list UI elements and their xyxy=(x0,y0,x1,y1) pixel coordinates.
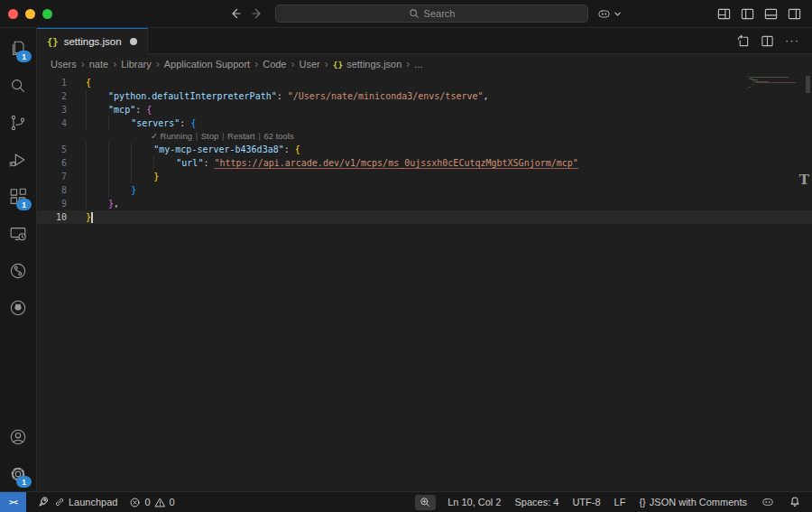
code-token: "my-mcp-server-b436d3a8" xyxy=(153,143,284,156)
close-window-button[interactable] xyxy=(8,9,18,19)
status-bar: >< Launchpad 0 0 Ln 10, Col 2 Spaces: 4 … xyxy=(0,491,812,512)
activity-github[interactable] xyxy=(0,289,36,326)
settings-badge: 1 xyxy=(16,476,32,488)
code-token: : xyxy=(180,116,190,130)
code-line[interactable]: 2"python.defaultInterpreterPath": "/User… xyxy=(37,89,812,103)
launchpad-button[interactable]: Launchpad xyxy=(38,496,117,508)
code-line[interactable]: 5"my-mcp-server-b436d3a8": { xyxy=(37,143,812,156)
split-editor-icon[interactable] xyxy=(761,34,774,48)
url-link[interactable]: "https://api.arcade.dev/v1/mcps/ms_0ujss… xyxy=(214,156,577,170)
problems-button[interactable]: 0 0 xyxy=(129,497,174,508)
codelens-status[interactable]: ✓ Running xyxy=(151,131,192,141)
tab-settings-json[interactable]: {} settings.json xyxy=(37,28,148,54)
scrollbar[interactable] xyxy=(806,76,810,93)
toggle-panel-icon[interactable] xyxy=(764,7,778,21)
editor[interactable]: 1{2"python.defaultInterpreterPath": "/Us… xyxy=(37,74,812,492)
breadcrumb-item[interactable]: {}settings.json xyxy=(333,59,402,70)
breadcrumb-item[interactable]: Code xyxy=(263,59,286,70)
minimap-line xyxy=(749,77,788,78)
git-branch-icon xyxy=(8,113,28,133)
indent-guide xyxy=(108,170,131,183)
remote-indicator[interactable]: >< xyxy=(0,492,26,512)
toggle-primary-sidebar-icon[interactable] xyxy=(741,7,754,21)
minimap-line xyxy=(747,88,748,88)
activity-run-debug[interactable] xyxy=(0,141,36,178)
copilot-status-button[interactable] xyxy=(761,495,775,509)
indent-guide xyxy=(108,116,131,130)
indent-guide xyxy=(86,170,108,183)
code-line[interactable]: 8} xyxy=(37,183,812,197)
tab-bar: {} settings.json ··· xyxy=(37,28,812,54)
code-line[interactable]: 6"url": "https://api.arcade.dev/v1/mcps/… xyxy=(37,156,812,170)
copilot-icon xyxy=(761,495,775,509)
breadcrumb-item[interactable]: nate xyxy=(89,59,108,70)
code-token: , xyxy=(114,197,119,210)
code-line[interactable]: 4"servers": { xyxy=(37,116,812,130)
code-line[interactable]: 1{ xyxy=(37,76,812,89)
code-token: "servers" xyxy=(131,116,180,130)
indentation-setting[interactable]: Spaces: 4 xyxy=(515,497,559,507)
codelens-action[interactable]: Restart xyxy=(227,131,255,141)
breadcrumb-item[interactable]: Library xyxy=(121,59,152,70)
warning-icon xyxy=(154,497,166,508)
braces-icon: {} xyxy=(639,497,645,507)
customize-layout-icon[interactable] xyxy=(717,7,731,21)
copilot-icon xyxy=(596,6,612,22)
eol-setting[interactable]: LF xyxy=(614,497,626,507)
indent-guide xyxy=(108,143,131,156)
zoom-in-icon xyxy=(420,497,431,508)
code-token: : xyxy=(135,103,146,116)
activity-version-graph[interactable] xyxy=(0,252,36,289)
indent-guide xyxy=(86,183,108,197)
zoom-indicator[interactable] xyxy=(415,495,436,510)
accounts-button[interactable] xyxy=(0,418,36,455)
copilot-menu-button[interactable] xyxy=(596,6,622,22)
encoding-setting[interactable]: UTF-8 xyxy=(572,497,600,507)
code-token: "url" xyxy=(176,156,203,170)
open-changes-icon[interactable] xyxy=(736,34,750,48)
code-line[interactable]: 9}, xyxy=(37,197,812,210)
notifications-button[interactable] xyxy=(789,496,801,508)
forward-icon[interactable] xyxy=(250,6,264,21)
chevron-right-icon: › xyxy=(113,58,116,70)
chevron-down-icon xyxy=(614,10,622,18)
activity-source-control[interactable] xyxy=(0,104,36,141)
indent-guide xyxy=(86,197,108,210)
explorer-badge: 1 xyxy=(16,51,32,62)
code-line[interactable]: 7} xyxy=(37,170,812,183)
code-token: } xyxy=(153,170,159,183)
toggle-secondary-sidebar-icon[interactable] xyxy=(788,7,801,21)
activity-bar: 1 1 xyxy=(0,28,37,492)
indent-guide xyxy=(131,156,153,170)
search-icon xyxy=(409,8,420,19)
indent-guide xyxy=(153,156,176,170)
traffic-lights xyxy=(8,9,52,19)
breadcrumb-item[interactable]: ... xyxy=(414,59,422,70)
chevron-right-icon: › xyxy=(81,58,85,70)
breadcrumb-item[interactable]: User xyxy=(299,59,319,70)
code-token: : xyxy=(277,89,288,103)
activity-remote-explorer[interactable] xyxy=(0,215,36,252)
activity-search[interactable] xyxy=(0,67,36,104)
code-line[interactable]: 3"mcp": { xyxy=(37,103,812,116)
language-mode[interactable]: {} JSON with Comments xyxy=(639,497,747,507)
breadcrumb-item[interactable]: Users xyxy=(51,59,77,70)
activity-extensions[interactable]: 1 xyxy=(0,178,36,215)
code-line[interactable]: 10} xyxy=(37,210,812,224)
indent-guide xyxy=(108,183,131,197)
breadcrumb-item[interactable]: Application Support xyxy=(164,59,250,70)
modified-dot[interactable] xyxy=(130,38,137,45)
more-actions-icon[interactable]: ··· xyxy=(785,36,799,45)
cursor-position[interactable]: Ln 10, Col 2 xyxy=(448,497,501,507)
codelens-action[interactable]: Stop xyxy=(201,131,219,141)
error-icon xyxy=(129,497,141,508)
settings-button[interactable]: 1 xyxy=(0,455,36,492)
back-icon[interactable] xyxy=(228,6,243,21)
maximize-window-button[interactable] xyxy=(42,9,52,19)
remote-icon: >< xyxy=(9,498,17,507)
codelens-action[interactable]: 62 tools xyxy=(263,131,293,141)
minimize-window-button[interactable] xyxy=(25,9,35,19)
minimap[interactable] xyxy=(747,76,798,88)
activity-explorer[interactable]: 1 xyxy=(0,30,36,67)
search-input[interactable]: Search xyxy=(275,5,588,23)
